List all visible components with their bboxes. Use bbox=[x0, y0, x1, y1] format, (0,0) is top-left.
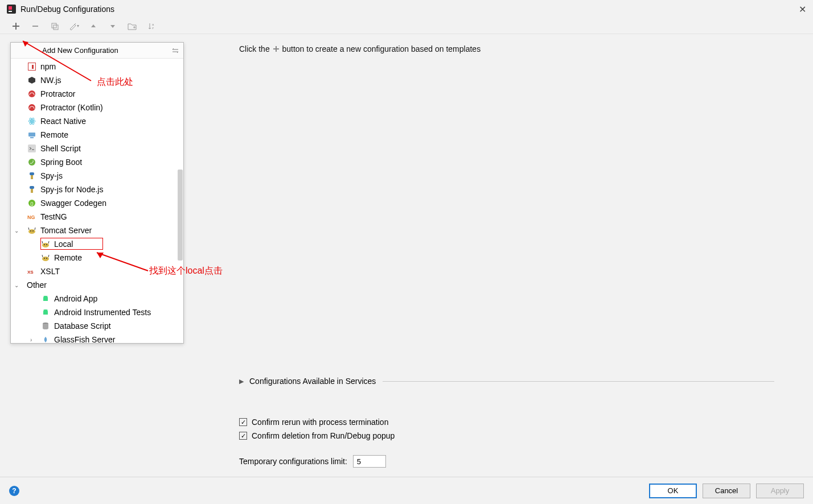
config-item-label: React Native bbox=[40, 117, 86, 126]
config-item-label: npm bbox=[40, 62, 56, 71]
checkbox-checked-icon: ✓ bbox=[239, 432, 247, 440]
tomcat-icon bbox=[40, 239, 51, 249]
copy-config-button[interactable] bbox=[49, 20, 60, 32]
confirm-rerun-checkbox[interactable]: ✓ Confirm rerun with process termination bbox=[239, 415, 395, 429]
config-item-testng[interactable]: NGTestNG bbox=[11, 210, 183, 224]
svg-rect-16 bbox=[28, 133, 35, 137]
move-down-button[interactable] bbox=[107, 20, 118, 32]
shell-icon bbox=[27, 144, 37, 153]
cancel-button[interactable]: Cancel bbox=[703, 484, 750, 498]
config-item-label: Tomcat Server bbox=[40, 226, 92, 235]
npm-icon bbox=[27, 62, 37, 71]
move-up-button[interactable] bbox=[88, 20, 99, 32]
confirm-delete-label: Confirm deletion from Run/Debug popup bbox=[252, 431, 395, 440]
svg-text:z: z bbox=[152, 26, 154, 30]
config-item-glassfish-server[interactable]: ›GlassFish Server bbox=[11, 333, 183, 343]
right-panel: Click the button to create a new configu… bbox=[239, 34, 813, 477]
config-item-label: Shell Script bbox=[40, 144, 81, 153]
apply-button[interactable]: Apply bbox=[756, 484, 804, 498]
svg-text:{}: {} bbox=[30, 201, 34, 206]
limit-input[interactable] bbox=[353, 455, 386, 468]
tomcat-icon bbox=[27, 226, 37, 235]
main-hint: Click the button to create a new configu… bbox=[239, 44, 807, 53]
dropdown-title: Add New Configuration bbox=[42, 46, 118, 55]
config-item-label: GlassFish Server bbox=[54, 335, 115, 343]
config-item-android-app[interactable]: Android App bbox=[11, 292, 183, 305]
swagger-icon: {} bbox=[27, 199, 37, 208]
config-item-react-native[interactable]: React Native bbox=[11, 114, 183, 128]
spring-icon bbox=[27, 158, 37, 167]
ok-button[interactable]: OK bbox=[649, 484, 697, 498]
config-item-xslt[interactable]: XSXSLT bbox=[11, 265, 183, 278]
left-panel: Add New Configuration npmNW.jsProtractor… bbox=[0, 34, 239, 477]
app-icon bbox=[7, 5, 16, 14]
services-expander[interactable]: ▶ Configurations Available in Services bbox=[239, 377, 774, 386]
svg-rect-3 bbox=[52, 23, 56, 28]
sort-button[interactable]: az bbox=[146, 20, 157, 32]
body: Add New Configuration npmNW.jsProtractor… bbox=[0, 34, 813, 477]
config-item-database-script[interactable]: Database Script bbox=[11, 319, 183, 333]
svg-rect-22 bbox=[30, 186, 34, 189]
tomcat-icon bbox=[40, 253, 51, 262]
nwjs-icon bbox=[27, 76, 37, 85]
config-item-nw-js[interactable]: NW.js bbox=[11, 73, 183, 87]
svg-text:NG: NG bbox=[27, 214, 35, 220]
config-item-swagger-codegen[interactable]: {}Swagger Codegen bbox=[11, 196, 183, 210]
testng-icon: NG bbox=[27, 212, 37, 221]
plus-icon bbox=[272, 45, 280, 53]
confirm-delete-checkbox[interactable]: ✓ Confirm deletion from Run/Debug popup bbox=[239, 429, 395, 443]
help-button[interactable]: ? bbox=[9, 486, 19, 496]
config-item-label: Spy-js bbox=[40, 171, 63, 180]
remove-config-button[interactable] bbox=[30, 20, 41, 32]
android-icon bbox=[40, 308, 51, 317]
config-item-protractor[interactable]: Protractor bbox=[11, 87, 183, 101]
svg-point-34 bbox=[44, 258, 45, 259]
config-item-remote[interactable]: Remote bbox=[11, 128, 183, 142]
close-icon[interactable]: ✕ bbox=[799, 4, 806, 15]
config-item-label: Remote bbox=[54, 253, 82, 262]
config-item-android-instrumented-tests[interactable]: Android Instrumented Tests bbox=[11, 305, 183, 319]
svg-point-30 bbox=[42, 243, 49, 247]
android-icon bbox=[40, 294, 51, 303]
svg-rect-17 bbox=[30, 137, 34, 138]
chevron-down-icon: ⌄ bbox=[14, 228, 21, 234]
glassfish-icon bbox=[40, 335, 51, 343]
settings-button[interactable]: ▾ bbox=[68, 20, 80, 32]
svg-point-11 bbox=[28, 104, 35, 111]
spyjs-icon bbox=[27, 171, 37, 180]
svg-point-29 bbox=[32, 230, 34, 232]
toolbar: ▾ az bbox=[0, 18, 813, 34]
chevron-down-icon: ⌄ bbox=[14, 282, 21, 288]
config-item-protractor-kotlin-[interactable]: Protractor (Kotlin) bbox=[11, 101, 183, 114]
config-item-other[interactable]: ⌄Other bbox=[11, 278, 183, 292]
config-item-tomcat-server[interactable]: ⌄Tomcat Server bbox=[11, 224, 183, 237]
footer: ? OK Cancel Apply bbox=[0, 477, 813, 504]
config-item-spy-js[interactable]: Spy-js bbox=[11, 169, 183, 183]
sort-toggle-icon[interactable] bbox=[172, 47, 179, 54]
svg-point-32 bbox=[46, 244, 47, 245]
config-item-shell-script[interactable]: Shell Script bbox=[11, 142, 183, 155]
confirm-rerun-label: Confirm rerun with process termination bbox=[252, 418, 388, 427]
limit-label: Temporary configurations limit: bbox=[239, 457, 347, 466]
config-item-spring-boot[interactable]: Spring Boot bbox=[11, 155, 183, 169]
svg-marker-9 bbox=[28, 77, 35, 84]
svg-rect-20 bbox=[30, 172, 34, 175]
svg-rect-8 bbox=[32, 65, 34, 69]
config-item-label: Protractor bbox=[40, 89, 75, 98]
add-config-button[interactable] bbox=[10, 20, 22, 32]
add-config-dropdown: Add New Configuration npmNW.jsProtractor… bbox=[10, 42, 184, 344]
config-tree[interactable]: npmNW.jsProtractorProtractor (Kotlin)Rea… bbox=[11, 59, 183, 343]
svg-point-28 bbox=[30, 230, 31, 232]
folder-button[interactable] bbox=[126, 20, 138, 32]
config-item-npm[interactable]: npm bbox=[11, 60, 183, 73]
config-item-local[interactable]: Local bbox=[11, 237, 183, 251]
chevron-right-icon: › bbox=[30, 337, 37, 343]
protractor-icon bbox=[27, 103, 37, 112]
svg-rect-2 bbox=[9, 11, 12, 12]
config-item-remote[interactable]: Remote bbox=[11, 251, 183, 265]
svg-point-27 bbox=[28, 229, 35, 234]
config-item-label: TestNG bbox=[40, 212, 67, 221]
config-item-spy-js-for-node-js[interactable]: Spy-js for Node.js bbox=[11, 183, 183, 196]
titlebar: Run/Debug Configurations ✕ bbox=[0, 0, 813, 18]
svg-rect-4 bbox=[54, 25, 58, 30]
